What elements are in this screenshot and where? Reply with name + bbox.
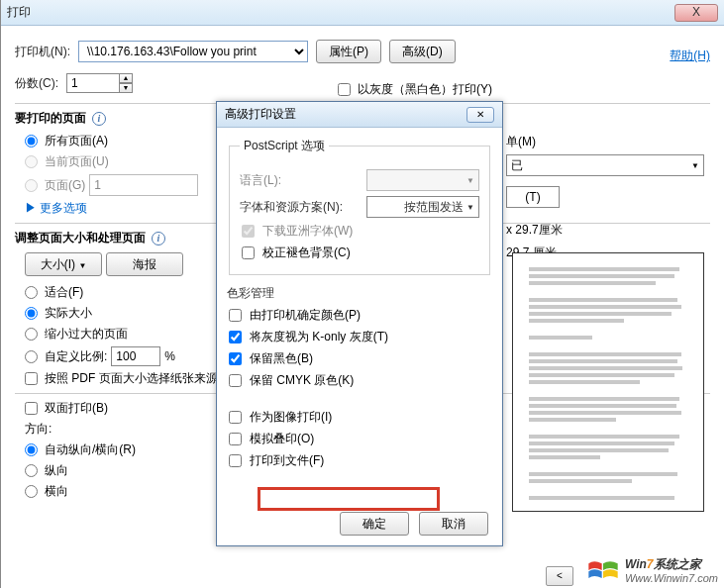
printer-row: 打印机(N): \\10.176.163.43\Follow you print… — [15, 40, 710, 63]
adv-title: 高级打印设置 — [225, 106, 466, 123]
simulate-overprint-checkbox[interactable] — [229, 433, 242, 445]
info-icon[interactable]: i — [92, 112, 106, 126]
properties-button[interactable]: 属性(P) — [316, 40, 381, 63]
adv-ok-button[interactable]: 确定 — [340, 512, 409, 536]
fit-radio[interactable] — [25, 286, 38, 299]
close-button[interactable]: X — [674, 4, 718, 22]
print-to-file-checkbox[interactable] — [229, 454, 242, 467]
postscript-legend: PostScript 选项 — [240, 138, 329, 154]
copies-up[interactable]: ▲ — [119, 73, 133, 83]
correct-bg-checkbox[interactable] — [242, 246, 255, 259]
copies-label: 份数(C): — [15, 75, 58, 92]
size-button[interactable]: 大小(I) ▼ — [25, 252, 102, 276]
font-scheme-label: 字体和资源方案(N): — [240, 199, 359, 216]
paper-unit-select[interactable]: 已▼ — [506, 154, 704, 176]
paper-option-button[interactable]: (T) — [506, 186, 560, 208]
pages-range-radio — [25, 179, 38, 192]
prev-page-button[interactable]: < — [546, 566, 573, 586]
adv-cancel-button[interactable]: 取消 — [419, 512, 488, 536]
actual-radio[interactable] — [25, 307, 38, 320]
advanced-print-settings-dialog: 高级打印设置 ✕ PostScript 选项 语言(L): ▼ 字体和资源方案(… — [216, 101, 503, 546]
pages-range-input — [89, 174, 198, 196]
pages-all-radio[interactable] — [25, 135, 38, 147]
konly-checkbox[interactable] — [229, 331, 242, 343]
orientation-portrait-radio[interactable] — [25, 464, 38, 477]
window-title: 打印 — [7, 4, 674, 21]
windows-icon — [587, 556, 619, 584]
orientation-landscape-radio[interactable] — [25, 485, 38, 498]
keep-cmyk-checkbox[interactable] — [229, 374, 242, 387]
printer-select[interactable]: \\10.176.163.43\Follow you print — [78, 41, 308, 62]
postscript-fieldset: PostScript 选项 语言(L): ▼ 字体和资源方案(N): 按范围发送… — [229, 138, 490, 275]
shrink-radio[interactable] — [25, 328, 38, 341]
copies-spinner: ▲ ▼ — [66, 73, 133, 93]
grayscale-label: 以灰度（黑白色）打印(Y) — [358, 81, 492, 98]
info-icon[interactable]: i — [152, 232, 165, 245]
keep-black-checkbox[interactable] — [229, 352, 242, 365]
advanced-button[interactable]: 高级(D) — [389, 40, 456, 63]
grayscale-row: 以灰度（黑白色）打印(Y) — [338, 81, 492, 98]
adv-close-button[interactable]: ✕ — [466, 107, 494, 123]
poster-button[interactable]: 海报 — [106, 252, 183, 276]
watermark: Win7系统之家 Www.Winwin7.com — [587, 555, 718, 584]
lang-select: ▼ — [366, 169, 479, 191]
duplex-checkbox[interactable] — [25, 402, 38, 415]
custom-radio[interactable] — [25, 350, 38, 363]
printer-label: 打印机(N): — [15, 44, 70, 60]
grayscale-checkbox[interactable] — [338, 83, 351, 96]
print-as-image-checkbox[interactable] — [229, 411, 242, 424]
orientation-auto-radio[interactable] — [25, 443, 38, 456]
paper-unit-label: 单(M) — [506, 134, 704, 150]
copies-input[interactable] — [66, 73, 120, 93]
paper-size-1: x 29.7厘米 — [506, 222, 704, 239]
lang-label: 语言(L): — [240, 172, 359, 189]
download-asian-checkbox — [242, 225, 255, 238]
help-link[interactable]: 帮助(H) — [670, 48, 710, 64]
font-scheme-select[interactable]: 按范围发送 ▼ — [366, 196, 479, 218]
choose-paper-by-pdf-checkbox[interactable] — [25, 372, 38, 385]
pages-current-radio — [25, 155, 38, 168]
copies-down[interactable]: ▼ — [119, 83, 133, 93]
paper-area: 单(M) 已▼ (T) x 29.7厘米 29.7 厘米 — [506, 134, 704, 261]
custom-scale-input[interactable] — [111, 346, 160, 366]
printer-color-checkbox[interactable] — [229, 309, 242, 322]
adv-titlebar: 高级打印设置 ✕ — [217, 102, 502, 128]
page-preview — [512, 252, 704, 512]
titlebar: 打印 X — [1, 0, 724, 26]
color-mgmt-title: 色彩管理 — [227, 285, 492, 302]
